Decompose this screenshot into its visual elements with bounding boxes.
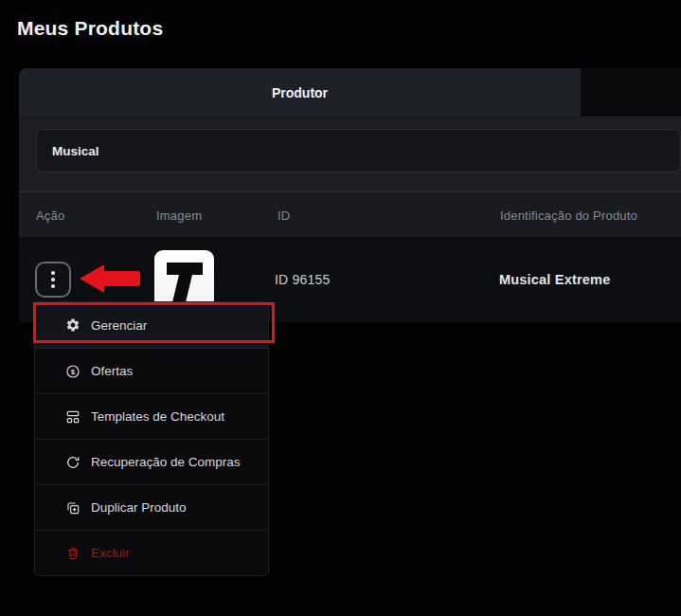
product-id: ID 96155 [275, 237, 330, 322]
menu-item-duplicar-produto[interactable]: Duplicar Produto [35, 484, 268, 530]
tab-bar: Produtor [19, 68, 681, 117]
column-header-imagem: Imagem [156, 192, 202, 238]
menu-item-gerenciar[interactable]: Gerenciar [35, 302, 268, 348]
dollar-circle-icon: $ [64, 363, 81, 379]
svg-text:$: $ [70, 367, 75, 375]
layout-templates-icon [64, 408, 81, 425]
menu-item-templates-de-checkout[interactable]: Templates de Checkout [35, 393, 268, 439]
menu-item-label: Duplicar Produto [91, 500, 187, 515]
kebab-dot [51, 278, 55, 281]
page-title: Meus Produtos [17, 17, 163, 40]
menu-item-label: Templates de Checkout [91, 409, 224, 424]
menu-item-recuperacao-de-compras[interactable]: Recuperação de Compras [35, 439, 268, 484]
table-header: Ação Imagem ID Identificação do Produto [19, 191, 681, 237]
search-input[interactable] [36, 129, 681, 172]
row-context-menu: Gerenciar $ Ofertas Templates de Checkou… [34, 301, 269, 576]
menu-item-label: Recuperação de Compras [91, 455, 241, 469]
menu-item-label: Excluir [91, 546, 130, 560]
filter-section [19, 117, 681, 191]
menu-item-label: Ofertas [91, 364, 133, 378]
menu-item-ofertas[interactable]: $ Ofertas [35, 348, 268, 393]
product-name: Musical Extreme [499, 237, 610, 322]
column-header-id: ID [278, 192, 290, 238]
kebab-dot [51, 271, 55, 275]
copy-plus-icon [64, 499, 81, 516]
menu-item-label: Gerenciar [91, 318, 147, 333]
tab-secondary[interactable] [581, 68, 681, 117]
row-actions-button[interactable] [35, 262, 71, 298]
products-panel: Produtor Ação Imagem ID Identificação do… [19, 68, 681, 322]
refresh-icon [64, 454, 81, 470]
menu-item-excluir[interactable]: Excluir [35, 530, 268, 575]
tab-produtor-label: Produtor [272, 85, 328, 100]
tab-produtor[interactable]: Produtor [19, 68, 581, 117]
kebab-dot [51, 284, 55, 288]
column-header-identificacao: Identificação do Produto [500, 192, 637, 238]
gear-icon [64, 317, 81, 334]
trash-icon [64, 545, 81, 561]
column-header-acao: Ação [36, 192, 64, 238]
